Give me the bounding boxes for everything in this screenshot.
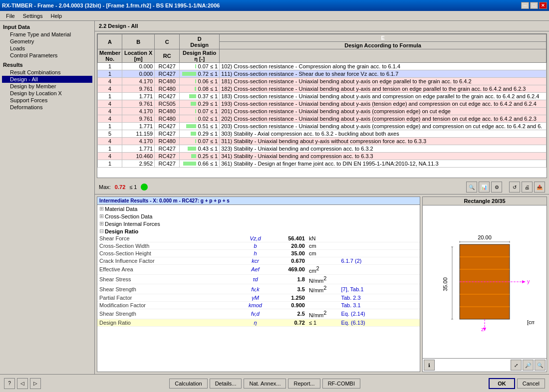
sidebar-item-design-all[interactable]: Design - All <box>2 76 92 83</box>
cell-member: 4 <box>98 108 122 115</box>
table-row[interactable]: 4 4.170 RC480 0.07 ≤ 1 201) Cross-sectio… <box>98 108 547 115</box>
sidebar-item-frame-type[interactable]: Frame Type and Material <box>2 31 92 38</box>
cell-member: 4 <box>98 115 122 123</box>
maximize-button[interactable]: □ <box>530 2 538 9</box>
title-bar: RX-TIMBER - Frame - 2.04.0003 (32bit) - … <box>0 0 549 11</box>
cell-ratio: 0.25 ≤ 1 <box>180 153 220 160</box>
cell-member: 5 <box>98 130 122 138</box>
cell-formula: 181) Cross-section resistance - Uniaxial… <box>220 78 547 85</box>
sidebar-item-design-by-member[interactable]: Design by Member <box>2 83 92 90</box>
table-row[interactable]: 1 1.771 RC427 0.43 ≤ 1 323) Stability - … <box>98 145 547 153</box>
data-table-container[interactable]: A B C DDesign E Design According to Form… <box>97 33 547 178</box>
cell-location: 2.952 <box>122 160 155 168</box>
detail-val: 56.401 <box>268 235 307 242</box>
refresh-icon[interactable]: ↺ <box>509 182 520 193</box>
design-internal-label: Design Internal Forces <box>105 221 160 227</box>
col-rc-header: RC <box>155 49 180 63</box>
table-row[interactable]: 4 9.761 RC480 0.02 ≤ 1 202) Cross-sectio… <box>98 115 547 123</box>
table-row[interactable]: 1 1.771 RC427 0.51 ≤ 1 203) Cross-sectio… <box>98 123 547 130</box>
rect-svg: 20.00 35.00 <box>435 232 535 332</box>
zoom-out-icon[interactable]: 🔍 <box>535 360 546 371</box>
help-icon[interactable]: ? <box>4 378 15 389</box>
sidebar-item-support-forces[interactable]: Support Forces <box>2 97 92 104</box>
sidebar-item-loads[interactable]: Loads <box>2 45 92 52</box>
close-button[interactable]: ✕ <box>539 2 547 9</box>
table-row[interactable]: 5 11.159 RC427 0.29 ≤ 1 303) Stability -… <box>98 130 547 138</box>
bottom-center-buttons: Calculation Details... Nat. Annex... Rep… <box>169 379 360 389</box>
svg-marker-15 <box>522 280 526 283</box>
table-row[interactable]: 1 1.771 RC427 0.37 ≤ 1 183) Cross-sectio… <box>98 93 547 100</box>
cell-location: 9.761 <box>122 115 155 123</box>
bottom-toolbar: ? ◁ ▷ Calculation Details... Nat. Annex.… <box>0 374 549 392</box>
details-button[interactable]: Details... <box>210 379 242 389</box>
info-icon[interactable]: ℹ <box>424 360 435 371</box>
rf-combi-button[interactable]: RF-COMBI <box>322 379 360 389</box>
detail-ref: Eq. (6.13) <box>339 319 420 326</box>
expand-icon2: ⊞ <box>99 213 104 219</box>
ok-button[interactable]: OK <box>489 378 515 389</box>
table-row[interactable]: 4 10.460 RC427 0.25 ≤ 1 341) Stability -… <box>98 153 547 160</box>
status-indicator <box>141 184 148 191</box>
cell-rc: RC427 <box>155 153 180 160</box>
zoom-in-icon[interactable]: 🔎 <box>523 360 534 371</box>
sidebar-item-deformations[interactable]: Deformations <box>2 104 92 111</box>
sidebar-item-control-params[interactable]: Control Parameters <box>2 52 92 59</box>
expand-icon4: ⊟ <box>99 228 104 234</box>
back-icon[interactable]: ◁ <box>17 378 28 389</box>
table-row[interactable]: 4 9.761 RC480 0.08 ≤ 1 182) Cross-sectio… <box>98 85 547 93</box>
detail-row: Shear Strength fv,d 2.5 N/mm2 Eq. (2.14) <box>97 309 420 319</box>
rectangle-panel: Rectangle 20/35 20.00 35.00 <box>422 196 547 372</box>
forward-icon[interactable]: ▷ <box>30 378 41 389</box>
cell-formula: 311) Stability - Uniaxial bending about … <box>220 138 547 145</box>
table-row[interactable]: 4 4.170 RC480 0.07 ≤ 1 311) Stability - … <box>98 138 547 145</box>
cell-member: 1 <box>98 145 122 153</box>
cancel-button[interactable]: Cancel <box>517 379 545 389</box>
table-row[interactable]: 1 0.000 RC427 0.72 ≤ 1 111) Cross-sectio… <box>98 70 547 78</box>
table-row[interactable]: 4 9.761 RC505 0.29 ≤ 1 193) Cross-sectio… <box>98 100 547 108</box>
calculation-button[interactable]: Calculation <box>169 379 207 389</box>
tree-design-internal[interactable]: ⊞ Design Internal Forces <box>97 220 420 227</box>
menu-help[interactable]: Help <box>46 12 66 20</box>
table-row[interactable]: 4 4.170 RC480 0.06 ≤ 1 181) Cross-sectio… <box>98 78 547 85</box>
cell-ratio: 0.43 ≤ 1 <box>180 145 220 153</box>
tree-cross-section[interactable]: ⊞ Cross-Section Data <box>97 212 420 220</box>
menu-file[interactable]: File <box>2 12 19 20</box>
detail-sym: kmod <box>243 301 269 309</box>
cell-formula: 183) Cross-section resistance - Uniaxial… <box>220 93 547 100</box>
col-formula-header <box>220 49 547 63</box>
table-row[interactable]: 1 0.000 RC427 0.07 ≤ 1 102) Cross-sectio… <box>98 63 547 70</box>
settings-icon[interactable]: ⚙ <box>491 182 502 193</box>
cell-rc: RC427 <box>155 63 180 70</box>
rect-canvas: 20.00 35.00 <box>423 205 547 358</box>
detail-row: Shear Strength fv,k 3.5 N/mm2 [7], Tab.1 <box>97 284 420 294</box>
menu-settings[interactable]: Settings <box>19 12 47 20</box>
detail-sym: b <box>243 242 269 250</box>
tree-material-data[interactable]: ⊞ Material Data <box>97 205 420 212</box>
zoom-icon[interactable]: 🔍 <box>466 182 477 193</box>
cell-member: 4 <box>98 138 122 145</box>
chart-icon[interactable]: 📊 <box>479 182 490 193</box>
tree-design-ratio[interactable]: ⊟ Design Ratio <box>97 227 420 235</box>
svg-text:z: z <box>481 326 484 332</box>
col-location-header: Location X [m] <box>122 49 155 63</box>
cell-ratio: 0.29 ≤ 1 <box>180 130 220 138</box>
zoom-fit-icon[interactable]: ⤢ <box>511 360 522 371</box>
detail-val: 1.8 <box>268 274 307 284</box>
detail-sym: Aef <box>243 265 269 275</box>
detail-val: 469.00 <box>268 265 307 275</box>
detail-sym: fv,d <box>243 309 269 319</box>
detail-val: 35.00 <box>268 250 307 257</box>
sidebar-item-result-combinations[interactable]: Result Combinations <box>2 69 92 76</box>
print-icon[interactable]: 🖨 <box>522 182 533 193</box>
bottom-panels: Intermediate Results - X: 0.000 m - RC42… <box>97 196 547 372</box>
detail-unit: N/mm2 <box>307 309 339 319</box>
minimize-button[interactable]: ─ <box>521 2 529 9</box>
export-icon[interactable]: 📤 <box>534 182 545 193</box>
detail-row: Shear Force Vz,d 56.401 kN <box>97 235 420 242</box>
sidebar-item-design-by-location[interactable]: Design by Location X <box>2 90 92 97</box>
sidebar-item-geometry[interactable]: Geometry <box>2 38 92 45</box>
report-button[interactable]: Report... <box>288 379 320 389</box>
table-row[interactable]: 1 2.952 RC427 0.66 ≤ 1 361) Stability - … <box>98 160 547 168</box>
nat-annex-button[interactable]: Nat. Annex... <box>244 379 286 389</box>
detail-unit: ≤ 1 <box>307 319 339 326</box>
